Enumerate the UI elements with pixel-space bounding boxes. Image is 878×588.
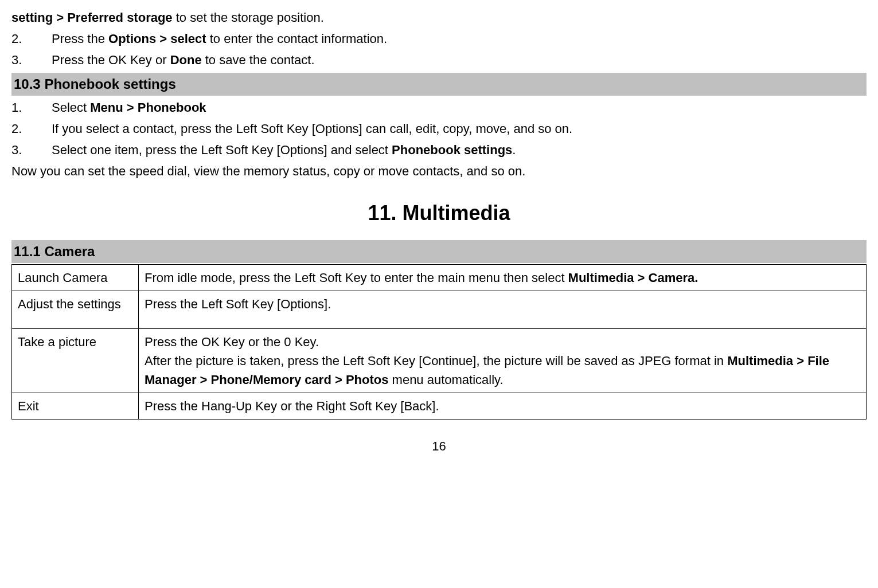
text: menu automatically.: [388, 373, 503, 387]
text-bold: Multimedia > Camera.: [568, 271, 699, 285]
section-heading-phonebook-settings: 10.3 Phonebook settings: [11, 73, 867, 96]
list-item: 3. Press the OK Key or Done to save the …: [11, 50, 867, 69]
list-number: 3.: [11, 50, 52, 69]
table-cell: Launch Camera: [12, 265, 139, 291]
text: Press the OK Key or the 0 Key.: [145, 332, 860, 351]
list-text: If you select a contact, press the Left …: [52, 119, 867, 138]
chapter-heading-multimedia: 11. Multimedia: [11, 198, 867, 229]
text-bold: setting > Preferred storage: [11, 10, 173, 25]
list-item: 2. Press the Options > select to enter t…: [11, 29, 867, 48]
table-row: Exit Press the Hang-Up Key or the Right …: [12, 393, 867, 420]
text: Press the OK Key or: [52, 53, 170, 67]
list-item: 3. Select one item, press the Left Soft …: [11, 140, 867, 159]
page-number: 16: [11, 437, 867, 456]
table-row: Take a picture Press the OK Key or the 0…: [12, 329, 867, 393]
table-cell: Exit: [12, 393, 139, 420]
text-bold: Menu > Phonebook: [90, 100, 206, 115]
text-bold: Options > select: [108, 32, 206, 46]
text: If you select a contact, press the Left …: [52, 121, 572, 136]
text: to save the contact.: [202, 53, 315, 67]
table-cell: From idle mode, press the Left Soft Key …: [139, 265, 867, 291]
text: Select one item, press the Left Soft Key…: [52, 143, 392, 157]
list-text: Select one item, press the Left Soft Key…: [52, 140, 867, 159]
list-item: 1. Select Menu > Phonebook: [11, 98, 867, 117]
table-row: Adjust the settings Press the Left Soft …: [12, 291, 867, 329]
text: to enter the contact information.: [206, 32, 388, 46]
text: to set the storage position.: [173, 10, 324, 25]
table-cell: Press the Hang-Up Key or the Right Soft …: [139, 393, 867, 420]
text: After the picture is taken, press the Le…: [145, 354, 727, 368]
list-item: 2. If you select a contact, press the Le…: [11, 119, 867, 138]
text-bold: Phonebook settings: [392, 143, 512, 157]
text-bold: Done: [170, 53, 202, 67]
list-text: Press the Options > select to enter the …: [52, 29, 867, 48]
table-cell: Adjust the settings: [12, 291, 139, 329]
table-cell: Press the Left Soft Key [Options].: [139, 291, 867, 329]
body-line: Now you can set the speed dial, view the…: [11, 162, 867, 181]
text: Press the: [52, 32, 108, 46]
list-number: 2.: [11, 29, 52, 48]
text: Select: [52, 100, 90, 115]
list-text: Select Menu > Phonebook: [52, 98, 867, 117]
list-number: 3.: [11, 140, 52, 159]
camera-table: Launch Camera From idle mode, press the …: [11, 264, 867, 420]
table-row: Launch Camera From idle mode, press the …: [12, 265, 867, 291]
list-text: Press the OK Key or Done to save the con…: [52, 50, 867, 69]
table-cell: Take a picture: [12, 329, 139, 393]
text: .: [512, 143, 516, 157]
body-line: setting > Preferred storage to set the s…: [11, 8, 867, 27]
text: After the picture is taken, press the Le…: [145, 351, 860, 389]
list-number: 1.: [11, 98, 52, 117]
section-heading-camera: 11.1 Camera: [11, 240, 867, 263]
text: From idle mode, press the Left Soft Key …: [145, 271, 568, 285]
table-cell: Press the OK Key or the 0 Key. After the…: [139, 329, 867, 393]
list-number: 2.: [11, 119, 52, 138]
